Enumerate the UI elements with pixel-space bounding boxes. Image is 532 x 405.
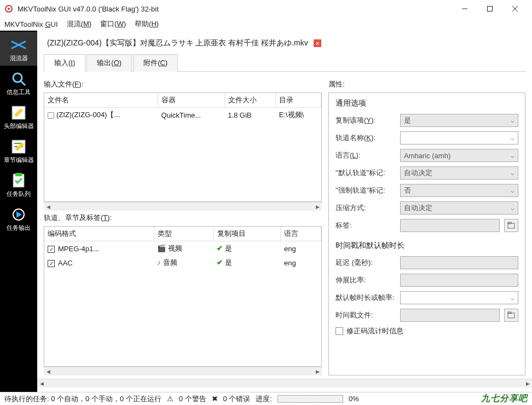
progress-label: 进度:: [256, 394, 272, 404]
forced-flag-label: "强制轨道"标记:: [336, 186, 396, 195]
sidebar-label-info: 信息工具: [7, 89, 31, 95]
general-options-title: 通用选项: [336, 99, 518, 108]
properties-panel: 通用选项 复制该项(Y): 是 轨道名称(K): 语言(L): Amharic …: [328, 92, 525, 375]
col-type[interactable]: 类型: [154, 227, 213, 241]
timestamp-file-label: 时间戳文件:: [336, 310, 396, 320]
check-icon: ✔: [217, 244, 223, 252]
menu-window[interactable]: 窗口(W): [100, 19, 126, 29]
menu-help[interactable]: 帮助(H): [135, 19, 159, 29]
default-flag-select[interactable]: 自动决定: [400, 166, 518, 180]
default-duration-select[interactable]: [400, 291, 518, 304]
forced-flag-select[interactable]: 否: [400, 184, 518, 197]
sidebar-item-job-queue[interactable]: 任务队列: [0, 167, 37, 201]
info-icon: [10, 70, 27, 88]
track-name-label: 轨道名称(K):: [336, 133, 396, 143]
col-dir[interactable]: 目录: [276, 93, 321, 108]
status-warnings[interactable]: 0 个警告: [179, 394, 206, 404]
track-name-input[interactable]: [400, 131, 518, 144]
properties-label: 属性:: [328, 79, 525, 89]
file-tab[interactable]: (ZIZ)(ZIZG-004)【实写版】对魔忍ムラサキ 上原亜衣 有村千佳 桜井…: [44, 37, 311, 49]
col-container[interactable]: 容器: [158, 93, 225, 108]
sidebar-label-chapter: 章节编辑器: [4, 157, 34, 163]
job-output-icon: [10, 206, 27, 223]
tracks-table[interactable]: 编码格式 类型 复制项目 语言 MPEG-4p1... 🎬视频 ✔是 eng: [44, 226, 322, 367]
sidebar-item-muxer[interactable]: 混流器: [0, 32, 37, 66]
svg-point-1: [8, 8, 10, 10]
svg-rect-13: [15, 173, 22, 176]
close-button[interactable]: [502, 0, 528, 18]
status-tasks: 待执行的任务: 0 个自动，0 个手动，0 个正在运行: [4, 394, 161, 404]
maximize-button[interactable]: [477, 0, 502, 18]
main-scrollbar[interactable]: ◀▶: [37, 379, 532, 387]
sidebar-item-header-editor[interactable]: 头部编辑器: [0, 100, 37, 134]
col-lang[interactable]: 语言: [281, 227, 321, 241]
tags-input[interactable]: [400, 219, 500, 232]
language-select[interactable]: Amharic (amh): [400, 149, 518, 162]
input-files-label: 输入文件(F):: [44, 79, 322, 89]
col-codec[interactable]: 编码格式: [44, 227, 154, 241]
col-size[interactable]: 文件大小: [224, 93, 276, 108]
check-icon: ✔: [217, 258, 223, 267]
menu-mux[interactable]: 混流(M): [67, 19, 92, 29]
subtab-output[interactable]: 输出(O): [86, 54, 132, 72]
timestamp-browse-button[interactable]: [504, 309, 518, 322]
sidebar-label-header: 头部编辑器: [4, 123, 34, 129]
file-icon: [48, 112, 54, 119]
track-row[interactable]: MPEG-4p1... 🎬视频 ✔是 eng: [44, 241, 321, 256]
compression-label: 压缩方式:: [336, 203, 396, 213]
copy-item-label: 复制该项(Y):: [336, 115, 396, 125]
sidebar: 混流器 信息工具 头部编辑器 章节编辑器 任务队列 任务输出: [0, 31, 37, 392]
copy-item-select[interactable]: 是: [400, 114, 518, 127]
header-editor-icon: [10, 104, 27, 121]
status-errors[interactable]: 0 个错误: [223, 394, 251, 404]
input-files-table[interactable]: 文件名 容器 文件大小 目录 (ZIZ)(ZIZG-004)【... Quick…: [44, 92, 322, 202]
col-copy[interactable]: 复制项目: [213, 227, 281, 241]
app-icon: [4, 4, 13, 13]
chapter-editor-icon: [10, 138, 27, 155]
svg-line-7: [21, 81, 25, 85]
subtab-input[interactable]: 输入(I): [44, 54, 85, 72]
input-files-scrollbar[interactable]: ◀▶: [44, 202, 322, 211]
minimize-button[interactable]: [452, 0, 477, 18]
tags-browse-button[interactable]: [504, 219, 518, 232]
track-checkbox[interactable]: [48, 260, 55, 267]
sidebar-item-info[interactable]: 信息工具: [0, 66, 37, 100]
sidebar-item-job-output[interactable]: 任务输出: [0, 201, 37, 235]
stretch-label: 伸展比率:: [336, 275, 396, 285]
brand-watermark: 九七分享吧: [481, 393, 528, 404]
sidebar-label-output: 任务输出: [7, 224, 31, 231]
titlebar: MKVToolNix GUI v47.0.0 ('Black Flag') 32…: [0, 0, 532, 18]
sidebar-item-chapter-editor[interactable]: 章节编辑器: [0, 134, 37, 167]
window-title: MKVToolNix GUI v47.0.0 ('Black Flag') 32…: [18, 5, 452, 13]
col-name[interactable]: 文件名: [44, 93, 158, 108]
subtab-attachments[interactable]: 附件(C): [133, 54, 178, 72]
svg-point-6: [13, 73, 22, 82]
svg-rect-3: [488, 7, 493, 11]
audio-type-icon: ♪: [157, 258, 161, 267]
input-file-row[interactable]: (ZIZ)(ZIZG-004)【... QuickTime... 1.8 GiB…: [44, 108, 321, 123]
sidebar-label-queue: 任务队列: [7, 190, 31, 197]
track-checkbox[interactable]: [48, 246, 55, 253]
close-tab-icon[interactable]: ✕: [314, 39, 321, 47]
stretch-input[interactable]: [400, 274, 518, 287]
default-flag-label: "默认轨道"标记:: [336, 168, 396, 178]
timing-title: 时间戳和默认帧时长: [336, 241, 518, 251]
tracks-scrollbar[interactable]: ◀▶: [44, 367, 322, 375]
menubar: MKVToolNix GUI 混流(M) 窗口(W) 帮助(H): [0, 18, 532, 31]
statusbar: 待执行的任务: 0 个自动，0 个手动，0 个正在运行 ⚠ 0 个警告 ✖ 0 …: [0, 392, 532, 405]
svg-marker-15: [16, 211, 22, 218]
track-row[interactable]: AAC ♪音频 ✔是 eng: [44, 256, 321, 270]
delay-input[interactable]: [400, 256, 518, 269]
menu-app[interactable]: MKVToolNix GUI: [4, 20, 58, 28]
tags-label: 标签:: [336, 221, 396, 230]
sidebar-label-muxer: 混流器: [10, 55, 28, 61]
compression-select[interactable]: 自动决定: [400, 201, 518, 215]
default-duration-label: 默认帧时长或帧率:: [336, 293, 396, 303]
language-label: 语言(L):: [336, 151, 396, 160]
progress-bar: [277, 395, 343, 403]
delay-label: 延迟 (毫秒):: [336, 258, 396, 268]
warning-icon: ⚠: [167, 395, 174, 403]
fix-timing-label: 修正码流计时信息: [346, 326, 403, 336]
timestamp-file-input[interactable]: [400, 309, 500, 322]
fix-timing-checkbox[interactable]: [336, 327, 343, 335]
